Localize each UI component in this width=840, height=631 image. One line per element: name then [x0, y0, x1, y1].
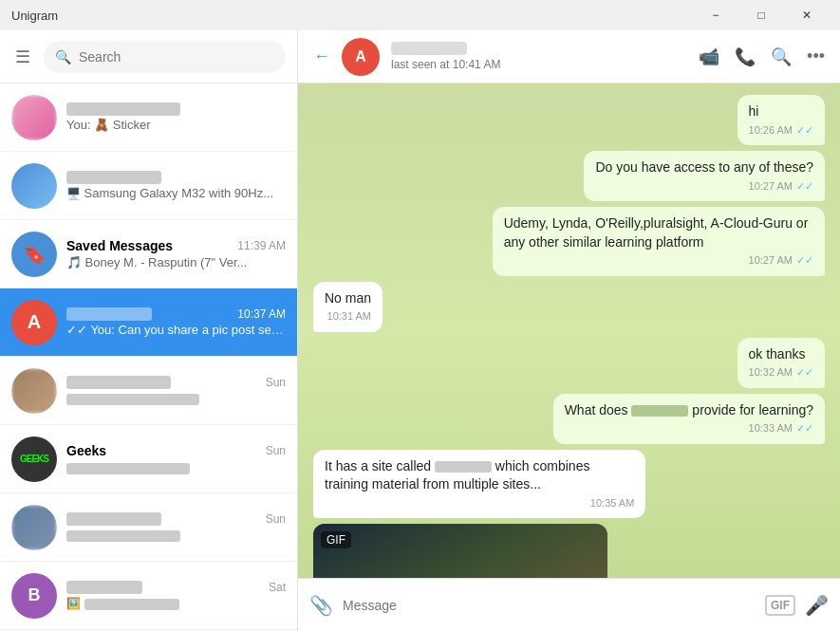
message-time: 10:33 AM: [749, 421, 793, 436]
phone-icon[interactable]: 📞: [735, 46, 756, 67]
message-row: No man 10:31 AM: [313, 282, 825, 332]
message-time: 10:27 AM: [749, 179, 793, 194]
chat-info: 🖥️ Samsung Galaxy M32 with 90Hz...: [66, 171, 286, 200]
search-input[interactable]: [79, 49, 274, 65]
message-text: It has a site called which combines trai…: [325, 457, 634, 494]
chat-time: 11:39 AM: [237, 239, 286, 252]
read-icon: ✓✓: [796, 123, 813, 138]
message-time: 10:35 AM: [590, 496, 634, 510]
chat-item[interactable]: B Sat 🖼️: [0, 562, 297, 630]
chat-preview: ✓✓ You: Can you share a pic post search?: [66, 323, 286, 337]
titlebar: Unigram − □ ✕: [0, 0, 840, 30]
chat-time: 10:37 AM: [237, 307, 286, 321]
message-time: 10:31 AM: [327, 309, 371, 324]
chat-info: Sun: [66, 512, 286, 542]
read-icon: ✓✓: [796, 365, 813, 380]
chat-item[interactable]: You: 🧸 Sticker: [0, 84, 297, 152]
chat-item[interactable]: Sun: [0, 357, 297, 425]
maximize-button[interactable]: □: [739, 0, 783, 30]
avatar: 🔖: [11, 232, 57, 277]
chat-name: [66, 171, 161, 184]
gif-bubble: GIF 10:35 AM ✓✓: [313, 524, 607, 578]
chat-header-info: last seen at 10:41 AM: [391, 42, 687, 71]
message-row: It has a site called which combines trai…: [313, 450, 825, 519]
chat-time: Sat: [269, 581, 286, 594]
back-button[interactable]: ←: [313, 46, 330, 66]
chat-info: Saved Messages 11:39 AM 🎵 Boney M. - Ras…: [66, 238, 286, 269]
minimize-button[interactable]: −: [694, 0, 737, 30]
message-text: hi: [749, 102, 813, 121]
chat-header-actions: 📹 📞 🔍 •••: [699, 46, 825, 67]
message-row: Udemy, Lynda, O'Reilly,pluralsight, A-Cl…: [313, 207, 825, 276]
message-bubble: No man 10:31 AM: [313, 282, 383, 332]
chat-info: Sat 🖼️: [66, 581, 286, 610]
message-row: What does provide for learning? 10:33 AM…: [313, 394, 825, 444]
chat-name: [66, 376, 171, 389]
chat-preview: 🖼️: [66, 596, 286, 610]
message-input[interactable]: [343, 588, 756, 622]
message-text: No man: [325, 289, 371, 308]
message-text: ok thanks: [749, 345, 813, 364]
chat-header-name-blurred: [391, 42, 467, 55]
chat-item[interactable]: A 10:37 AM ✓✓ You: Can you share a pic p…: [0, 288, 297, 357]
app-title: Unigram: [11, 9, 694, 23]
avatar: B: [11, 573, 57, 619]
message-time: 10:26 AM: [749, 123, 793, 138]
close-button[interactable]: ✕: [785, 0, 829, 30]
gif-image: [313, 524, 607, 578]
main-layout: ☰ 🔍 You: 🧸 Sticker: [0, 30, 840, 631]
chat-preview: [66, 528, 286, 542]
gif-label: GIF: [321, 531, 351, 548]
video-call-icon[interactable]: 📹: [699, 46, 719, 67]
chat-list: You: 🧸 Sticker 🖥️ Samsung Galaxy M32 wit…: [0, 84, 297, 631]
chat-name: Geeks: [66, 443, 106, 458]
sidebar-header: ☰ 🔍: [0, 30, 297, 84]
chat-item[interactable]: 🔖 Saved Messages 11:39 AM 🎵 Boney M. - R…: [0, 220, 297, 288]
chat-time: Sun: [266, 512, 286, 526]
chat-header-status: last seen at 10:41 AM: [391, 58, 687, 71]
chat-name: Saved Messages: [66, 238, 173, 253]
avatar: [11, 163, 57, 209]
more-options-icon[interactable]: •••: [807, 46, 825, 67]
message-row: GIF 10:35 AM ✓✓: [313, 524, 825, 578]
chat-preview: 🖥️ Samsung Galaxy M32 with 90Hz...: [66, 186, 286, 200]
chat-area: ← A last seen at 10:41 AM 📹 📞 🔍 ••• hi: [298, 30, 840, 631]
chat-name: [66, 581, 142, 594]
message-bubble: hi 10:26 AM ✓✓: [737, 95, 825, 145]
messages-area: hi 10:26 AM ✓✓ Do you have access to any…: [298, 84, 840, 578]
message-input-area: 📎 GIF 🎤: [298, 578, 840, 631]
chat-item[interactable]: GEEKS Geeks Sun: [0, 425, 297, 493]
chat-header-avatar: A: [342, 38, 380, 76]
chat-preview: [66, 391, 286, 405]
message-time: 10:32 AM: [749, 365, 793, 380]
message-bubble: It has a site called which combines trai…: [313, 450, 645, 519]
gif-button[interactable]: GIF: [765, 595, 795, 616]
read-icon: ✓✓: [796, 421, 813, 436]
message-row: hi 10:26 AM ✓✓: [313, 95, 825, 145]
sidebar: ☰ 🔍 You: 🧸 Sticker: [0, 30, 298, 631]
mic-icon[interactable]: 🎤: [805, 594, 829, 617]
avatar: [11, 368, 57, 414]
avatar: [11, 95, 57, 140]
chat-item[interactable]: 🖥️ Samsung Galaxy M32 with 90Hz...: [0, 152, 297, 220]
message-text: Udemy, Lynda, O'Reilly,pluralsight, A-Cl…: [504, 214, 813, 251]
chat-item[interactable]: Sun: [0, 493, 297, 562]
chat-time: Sun: [266, 376, 286, 389]
chat-info: 10:37 AM ✓✓ You: Can you share a pic pos…: [66, 307, 286, 337]
chat-name: [66, 307, 152, 321]
message-bubble: What does provide for learning? 10:33 AM…: [553, 394, 825, 444]
message-time: 10:27 AM: [749, 253, 793, 268]
search-icon: 🔍: [55, 49, 71, 65]
read-icon: ✓✓: [796, 253, 813, 268]
search-box[interactable]: 🔍: [44, 41, 286, 73]
message-row: Do you have access to any of these? 10:2…: [313, 151, 825, 201]
chat-name: [66, 102, 180, 116]
chat-preview: You: 🧸 Sticker: [66, 118, 286, 132]
search-chat-icon[interactable]: 🔍: [771, 46, 792, 67]
read-icon: ✓✓: [796, 179, 813, 194]
attach-icon[interactable]: 📎: [309, 594, 333, 617]
menu-icon[interactable]: ☰: [11, 46, 34, 67]
chat-name: [66, 512, 161, 526]
chat-info: You: 🧸 Sticker: [66, 102, 286, 132]
avatar: [11, 505, 57, 550]
